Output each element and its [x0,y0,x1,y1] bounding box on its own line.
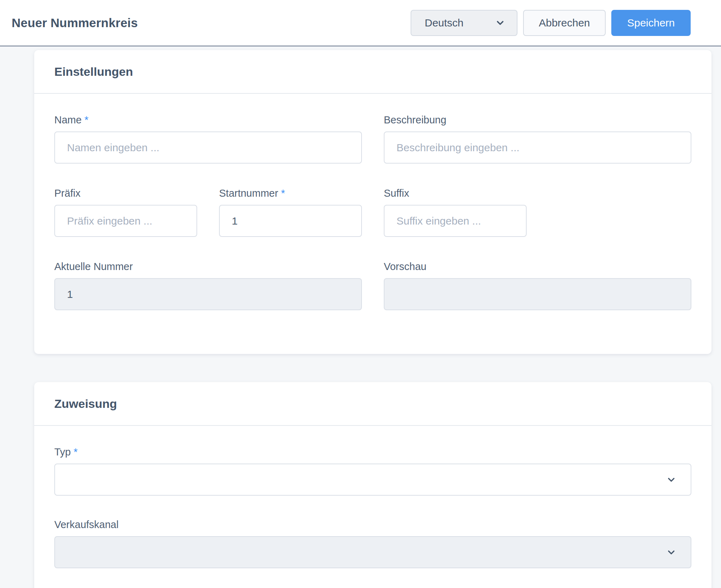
settings-card-body: Name * Beschreibung Präfix [34,94,711,354]
start-number-field: Startnummer * [219,187,362,237]
chevron-down-icon [666,547,677,558]
language-select-value: Deutsch [425,17,464,29]
suffix-input[interactable] [384,205,527,237]
required-asterisk: * [84,114,88,125]
name-field: Name * [54,114,362,164]
suffix-label: Suffix [384,187,527,200]
type-select[interactable] [54,464,691,496]
chevron-down-icon [495,18,505,28]
assignment-card-title: Zuweisung [54,397,117,411]
description-field: Beschreibung [384,114,691,164]
prefix-label: Präfix [54,187,197,200]
preview-input [384,278,691,310]
type-label: Typ * [54,446,691,458]
current-number-field: Aktuelle Nummer [54,260,362,310]
name-label: Name * [54,114,362,126]
prefix-input[interactable] [54,205,197,237]
start-number-label: Startnummer * [219,187,362,200]
language-select[interactable]: Deutsch [411,10,517,36]
required-asterisk: * [281,188,285,199]
prefix-field: Präfix [54,187,197,237]
settings-card-title: Einstellungen [54,65,133,79]
settings-card-header: Einstellungen [34,50,711,94]
preview-label: Vorschau [384,260,691,273]
chevron-down-icon [666,474,677,485]
suffix-field: Suffix [384,187,527,237]
start-number-input[interactable] [219,205,362,237]
header-actions: Deutsch Abbrechen Speichern [411,10,691,36]
cancel-button[interactable]: Abbrechen [523,10,606,36]
sales-channel-label: Verkaufskanal [54,518,691,531]
assignment-card: Zuweisung Typ * [34,382,711,588]
settings-card: Einstellungen Name * Beschreibung [34,50,711,354]
required-asterisk: * [74,446,78,458]
name-input[interactable] [54,131,362,164]
sales-channel-field: Verkaufskanal [54,518,691,568]
type-field: Typ * [54,446,691,496]
sales-channel-select [54,536,691,568]
smart-bar: Neuer Nummernkreis Deutsch Abbrechen Spe… [0,0,721,47]
current-number-label: Aktuelle Nummer [54,260,362,273]
assignment-card-header: Zuweisung [34,382,711,426]
description-label: Beschreibung [384,114,691,126]
save-button[interactable]: Speichern [611,10,691,36]
description-input[interactable] [384,131,691,164]
preview-field: Vorschau [384,260,691,310]
assignment-card-body: Typ * Verkaufskanal [34,426,711,588]
page-content: Einstellungen Name * Beschreibung [0,47,721,588]
page-title: Neuer Nummernkreis [12,16,138,30]
current-number-input [54,278,362,310]
